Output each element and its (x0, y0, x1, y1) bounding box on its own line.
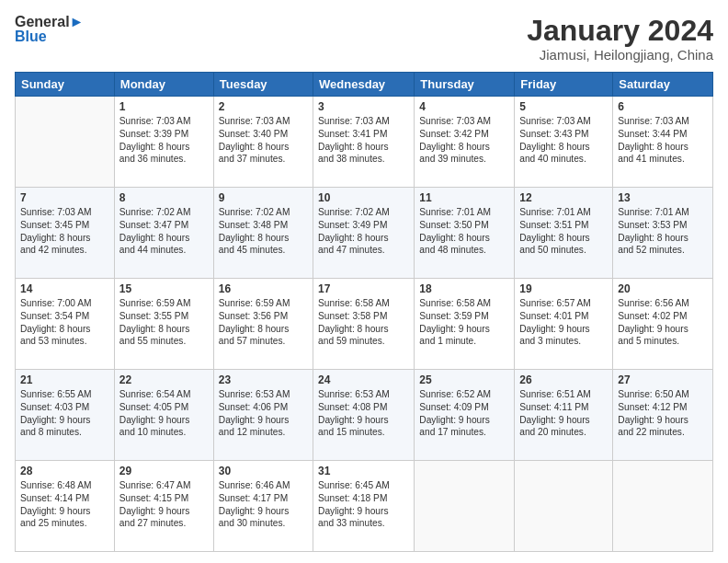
day-cell: 24Sunrise: 6:53 AM Sunset: 4:08 PM Dayli… (313, 370, 415, 461)
day-number: 20 (618, 282, 708, 295)
day-info: Sunrise: 6:50 AM Sunset: 4:12 PM Dayligh… (618, 388, 708, 439)
day-number: 30 (219, 465, 308, 477)
day-cell: 14Sunrise: 7:00 AM Sunset: 3:54 PM Dayli… (16, 279, 115, 370)
day-number: 14 (20, 282, 109, 295)
day-info: Sunrise: 6:48 AM Sunset: 4:14 PM Dayligh… (20, 479, 109, 530)
calendar-page: General► Blue January 2024 Jiamusi, Heil… (0, 0, 728, 563)
week-row-5: 28Sunrise: 6:48 AM Sunset: 4:14 PM Dayli… (16, 461, 713, 552)
day-info: Sunrise: 6:51 AM Sunset: 4:11 PM Dayligh… (519, 388, 608, 439)
day-number: 1 (119, 100, 209, 113)
day-number: 24 (318, 373, 409, 386)
day-cell: 17Sunrise: 6:58 AM Sunset: 3:58 PM Dayli… (313, 279, 415, 370)
day-cell: 9Sunrise: 7:02 AM Sunset: 3:48 PM Daylig… (213, 188, 313, 279)
month-title: January 2024 (527, 15, 713, 47)
col-thursday: Thursday (415, 73, 515, 97)
day-number: 19 (519, 282, 608, 295)
day-number: 6 (618, 100, 708, 113)
day-number: 17 (318, 282, 409, 295)
day-number: 2 (219, 100, 308, 113)
day-number: 4 (419, 100, 509, 113)
col-sunday: Sunday (16, 73, 115, 97)
day-info: Sunrise: 7:01 AM Sunset: 3:51 PM Dayligh… (519, 206, 608, 257)
day-cell: 21Sunrise: 6:55 AM Sunset: 4:03 PM Dayli… (16, 370, 115, 461)
day-cell: 3Sunrise: 7:03 AM Sunset: 3:41 PM Daylig… (313, 97, 415, 188)
day-number: 25 (419, 373, 509, 386)
day-cell: 10Sunrise: 7:02 AM Sunset: 3:49 PM Dayli… (313, 188, 415, 279)
day-number: 3 (318, 100, 409, 113)
day-cell: 28Sunrise: 6:48 AM Sunset: 4:14 PM Dayli… (16, 461, 115, 552)
day-info: Sunrise: 7:03 AM Sunset: 3:44 PM Dayligh… (618, 115, 708, 166)
week-row-2: 7Sunrise: 7:03 AM Sunset: 3:45 PM Daylig… (16, 188, 713, 279)
day-info: Sunrise: 7:02 AM Sunset: 3:49 PM Dayligh… (318, 206, 409, 257)
day-cell: 8Sunrise: 7:02 AM Sunset: 3:47 PM Daylig… (114, 188, 213, 279)
day-cell: 18Sunrise: 6:58 AM Sunset: 3:59 PM Dayli… (415, 279, 515, 370)
day-info: Sunrise: 7:03 AM Sunset: 3:45 PM Dayligh… (20, 206, 109, 257)
day-number: 8 (119, 191, 209, 204)
col-saturday: Saturday (613, 73, 713, 97)
day-number: 16 (219, 282, 308, 295)
day-cell: 4Sunrise: 7:03 AM Sunset: 3:42 PM Daylig… (415, 97, 515, 188)
day-number: 9 (219, 191, 308, 204)
header: General► Blue January 2024 Jiamusi, Heil… (15, 15, 713, 63)
day-cell: 11Sunrise: 7:01 AM Sunset: 3:50 PM Dayli… (415, 188, 515, 279)
day-number: 5 (519, 100, 608, 113)
day-cell: 1Sunrise: 7:03 AM Sunset: 3:39 PM Daylig… (114, 97, 213, 188)
day-cell: 20Sunrise: 6:56 AM Sunset: 4:02 PM Dayli… (613, 279, 713, 370)
day-cell: 7Sunrise: 7:03 AM Sunset: 3:45 PM Daylig… (16, 188, 115, 279)
day-number: 7 (20, 191, 109, 204)
col-monday: Monday (114, 73, 213, 97)
day-info: Sunrise: 7:02 AM Sunset: 3:48 PM Dayligh… (219, 206, 308, 257)
day-cell: 2Sunrise: 7:03 AM Sunset: 3:40 PM Daylig… (213, 97, 313, 188)
day-info: Sunrise: 6:56 AM Sunset: 4:02 PM Dayligh… (618, 297, 708, 348)
day-cell (415, 461, 515, 552)
day-info: Sunrise: 6:46 AM Sunset: 4:17 PM Dayligh… (219, 479, 308, 530)
day-number: 10 (318, 191, 409, 204)
day-cell: 19Sunrise: 6:57 AM Sunset: 4:01 PM Dayli… (515, 279, 613, 370)
logo: General► Blue (15, 15, 84, 44)
title-area: January 2024 Jiamusi, Heilongjiang, Chin… (527, 15, 713, 63)
day-cell: 22Sunrise: 6:54 AM Sunset: 4:05 PM Dayli… (114, 370, 213, 461)
day-number: 26 (519, 373, 608, 386)
calendar-table: Sunday Monday Tuesday Wednesday Thursday… (15, 72, 713, 552)
day-number: 29 (119, 465, 209, 477)
day-info: Sunrise: 6:59 AM Sunset: 3:56 PM Dayligh… (219, 297, 308, 348)
day-cell: 15Sunrise: 6:59 AM Sunset: 3:55 PM Dayli… (114, 279, 213, 370)
day-cell: 30Sunrise: 6:46 AM Sunset: 4:17 PM Dayli… (213, 461, 313, 552)
col-friday: Friday (515, 73, 613, 97)
day-number: 22 (119, 373, 209, 386)
day-cell: 16Sunrise: 6:59 AM Sunset: 3:56 PM Dayli… (213, 279, 313, 370)
day-cell: 23Sunrise: 6:53 AM Sunset: 4:06 PM Dayli… (213, 370, 313, 461)
day-info: Sunrise: 6:55 AM Sunset: 4:03 PM Dayligh… (20, 388, 109, 439)
week-row-4: 21Sunrise: 6:55 AM Sunset: 4:03 PM Dayli… (16, 370, 713, 461)
day-cell: 25Sunrise: 6:52 AM Sunset: 4:09 PM Dayli… (415, 370, 515, 461)
day-info: Sunrise: 6:54 AM Sunset: 4:05 PM Dayligh… (119, 388, 209, 439)
day-info: Sunrise: 6:47 AM Sunset: 4:15 PM Dayligh… (119, 479, 209, 530)
day-number: 11 (419, 191, 509, 204)
day-number: 23 (219, 373, 308, 386)
day-cell: 31Sunrise: 6:45 AM Sunset: 4:18 PM Dayli… (313, 461, 415, 552)
day-info: Sunrise: 6:53 AM Sunset: 4:06 PM Dayligh… (219, 388, 308, 439)
day-cell: 27Sunrise: 6:50 AM Sunset: 4:12 PM Dayli… (613, 370, 713, 461)
day-info: Sunrise: 6:52 AM Sunset: 4:09 PM Dayligh… (419, 388, 509, 439)
day-number: 13 (618, 191, 708, 204)
day-info: Sunrise: 6:53 AM Sunset: 4:08 PM Dayligh… (318, 388, 409, 439)
day-cell (515, 461, 613, 552)
day-cell: 12Sunrise: 7:01 AM Sunset: 3:51 PM Dayli… (515, 188, 613, 279)
day-info: Sunrise: 6:58 AM Sunset: 3:58 PM Dayligh… (318, 297, 409, 348)
week-row-3: 14Sunrise: 7:00 AM Sunset: 3:54 PM Dayli… (16, 279, 713, 370)
day-cell: 26Sunrise: 6:51 AM Sunset: 4:11 PM Dayli… (515, 370, 613, 461)
day-number: 31 (318, 465, 409, 477)
day-number: 27 (618, 373, 708, 386)
day-cell: 5Sunrise: 7:03 AM Sunset: 3:43 PM Daylig… (515, 97, 613, 188)
day-info: Sunrise: 7:03 AM Sunset: 3:41 PM Dayligh… (318, 115, 409, 166)
day-info: Sunrise: 7:01 AM Sunset: 3:53 PM Dayligh… (618, 206, 708, 257)
day-info: Sunrise: 6:57 AM Sunset: 4:01 PM Dayligh… (519, 297, 608, 348)
day-cell (613, 461, 713, 552)
day-info: Sunrise: 7:00 AM Sunset: 3:54 PM Dayligh… (20, 297, 109, 348)
day-number: 21 (20, 373, 109, 386)
day-cell: 29Sunrise: 6:47 AM Sunset: 4:15 PM Dayli… (114, 461, 213, 552)
day-info: Sunrise: 7:03 AM Sunset: 3:42 PM Dayligh… (419, 115, 509, 166)
header-row: Sunday Monday Tuesday Wednesday Thursday… (16, 73, 713, 97)
day-info: Sunrise: 7:02 AM Sunset: 3:47 PM Dayligh… (119, 206, 209, 257)
day-info: Sunrise: 7:03 AM Sunset: 3:40 PM Dayligh… (219, 115, 308, 166)
